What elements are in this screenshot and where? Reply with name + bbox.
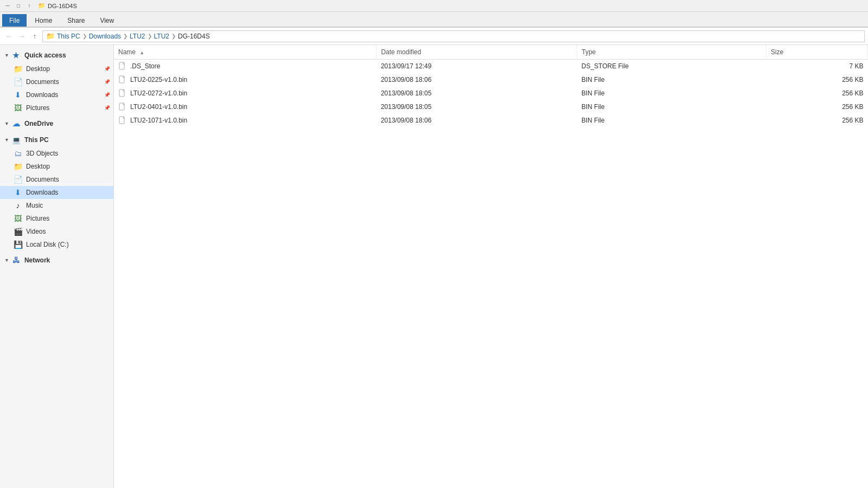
doc-icon: 📄 (13, 175, 23, 184)
title-icon3[interactable]: ↑ (25, 2, 34, 10)
col-size[interactable]: Size (766, 45, 867, 60)
breadcrumb[interactable]: 📁 Name This PC ❯ Downloads ❯ LTU2 ❯ LTU2… (42, 30, 865, 42)
breadcrumb-ltu2-1[interactable]: LTU2 (130, 33, 145, 40)
folder-blue-icon: 📁 (13, 64, 23, 74)
file-size-3: 256 KB (766, 100, 867, 114)
file-type-1: BIN File (577, 73, 767, 87)
chevron-network: ▼ (4, 258, 9, 263)
up-button[interactable]: ↑ (29, 31, 40, 42)
video-icon: 🎬 (13, 227, 23, 236)
sidebar: ▼ ★ Quick access 📁 Desktop 📌 📄 Documents… (0, 45, 114, 488)
star-icon: ★ (11, 50, 21, 60)
svg-rect-1 (119, 76, 124, 83)
forward-button[interactable]: → (16, 31, 27, 42)
file-icon-2 (118, 89, 127, 98)
chevron-thispc: ▼ (4, 137, 9, 143)
pin-icon-pictures: 📌 (104, 105, 110, 111)
file-date-3: 2013/09/08 18:05 (376, 100, 577, 114)
file-icon-0 (118, 62, 127, 70)
table-row[interactable]: LTU2-0272-v1.0.bin 2013/09/08 18:05 BIN … (114, 87, 868, 100)
sidebar-section-thispc[interactable]: ▼ 💻 This PC (0, 133, 113, 147)
quick-access-label: Quick access (24, 52, 66, 59)
file-type-4: BIN File (577, 114, 767, 127)
sidebar-section-quick-access[interactable]: ▼ ★ Quick access (0, 48, 113, 62)
download-icon-quick: ⬇ (13, 90, 23, 100)
sidebar-pictures-quick-label: Pictures (26, 104, 49, 112)
back-button[interactable]: ← (3, 31, 14, 42)
tab-view[interactable]: View (93, 14, 121, 27)
file-date-4: 2013/09/08 18:06 (376, 114, 577, 127)
title-bar-controls[interactable]: ─ □ ↑ (3, 2, 34, 10)
sidebar-item-pictures-quick[interactable]: 🖼 Pictures 📌 (0, 101, 113, 114)
sidebar-desktop-label: Desktop (26, 163, 50, 170)
breadcrumb-current: DG-16D4S (178, 33, 210, 40)
table-row[interactable]: .DS_Store 2013/09/17 12:49 DS_STORE File… (114, 60, 868, 73)
title-icon1[interactable]: ─ (3, 2, 12, 10)
download-icon: ⬇ (13, 188, 23, 197)
col-date-modified[interactable]: Date modified (376, 45, 577, 60)
svg-rect-3 (119, 103, 124, 110)
file-size-1: 256 KB (766, 73, 867, 87)
file-name-1: LTU2-0225-v1.0.bin (130, 76, 187, 84)
file-icon-4 (118, 116, 127, 125)
sidebar-item-documents[interactable]: 📄 Documents (0, 173, 113, 186)
col-type[interactable]: Type (577, 45, 767, 60)
main-layout: ▼ ★ Quick access 📁 Desktop 📌 📄 Documents… (0, 45, 868, 488)
tab-file[interactable]: File (2, 14, 27, 27)
breadcrumb-downloads[interactable]: Downloads (89, 33, 121, 40)
network-icon: 🖧 (11, 255, 21, 265)
sidebar-documents-quick-label: Documents (26, 78, 59, 86)
file-type-2: BIN File (577, 87, 767, 100)
onedrive-label: OneDrive (24, 120, 53, 127)
sidebar-item-videos[interactable]: 🎬 Videos (0, 225, 113, 238)
sidebar-downloads-quick-label: Downloads (26, 91, 58, 99)
file-table: Name ▲ Date modified Type Size (114, 45, 868, 127)
sidebar-section-network[interactable]: ▼ 🖧 Network (0, 253, 113, 267)
breadcrumb-ltu2-2[interactable]: LTU2 (154, 33, 169, 40)
sidebar-item-pictures[interactable]: 🖼 Pictures (0, 212, 113, 225)
file-name-2: LTU2-0272-v1.0.bin (130, 89, 187, 97)
sep2: ❯ (123, 33, 127, 39)
sidebar-3dobjects-label: 3D Objects (26, 150, 58, 157)
file-type-0: DS_STORE File (577, 60, 767, 73)
sidebar-section-onedrive[interactable]: ▼ ☁ OneDrive (0, 117, 113, 131)
table-row[interactable]: LTU2-1071-v1.0.bin 2013/09/08 18:06 BIN … (114, 114, 868, 127)
sidebar-item-documents-quick[interactable]: 📄 Documents 📌 (0, 75, 113, 88)
address-bar: ← → ↑ 📁 Name This PC ❯ Downloads ❯ LTU2 … (0, 28, 868, 45)
sidebar-desktop-quick-label: Desktop (26, 65, 50, 73)
table-row[interactable]: LTU2-0401-v1.0.bin 2013/09/08 18:05 BIN … (114, 100, 868, 114)
title-bar: ─ □ ↑ 📁 DG-16D4S (0, 0, 868, 12)
drive-icon: 💾 (13, 240, 23, 249)
breadcrumb-thispc-label[interactable]: This PC (57, 33, 80, 40)
chevron-quick-access: ▼ (4, 53, 9, 58)
music-icon: ♪ (13, 201, 23, 210)
pin-icon-desktop: 📌 (104, 66, 110, 72)
title-folder-icon: 📁 (38, 2, 46, 9)
network-label: Network (24, 256, 50, 264)
file-name-0: .DS_Store (130, 62, 160, 70)
ribbon: File Home Share View (0, 12, 868, 28)
sidebar-pictures-label: Pictures (26, 215, 49, 222)
tab-share[interactable]: Share (60, 14, 92, 27)
sidebar-item-desktop[interactable]: 📁 Desktop (0, 160, 113, 173)
table-row[interactable]: LTU2-0225-v1.0.bin 2013/09/08 18:06 BIN … (114, 73, 868, 87)
sidebar-item-3dobjects[interactable]: 🗂 3D Objects (0, 147, 113, 160)
file-size-0: 7 KB (766, 60, 867, 73)
title-icon2[interactable]: □ (14, 2, 23, 10)
3d-icon: 🗂 (13, 149, 23, 158)
file-size-4: 256 KB (766, 114, 867, 127)
sidebar-item-downloads[interactable]: ⬇ Downloads (0, 186, 113, 199)
sidebar-item-music[interactable]: ♪ Music (0, 199, 113, 212)
sidebar-item-localdisk[interactable]: 💾 Local Disk (C:) (0, 238, 113, 251)
pc-icon: 💻 (11, 135, 21, 145)
sidebar-documents-label: Documents (26, 176, 59, 183)
svg-rect-2 (119, 89, 124, 97)
file-area: Name ▲ Date modified Type Size (114, 45, 868, 488)
pin-icon-downloads: 📌 (104, 92, 110, 98)
sidebar-localdisk-label: Local Disk (C:) (26, 241, 69, 248)
sidebar-item-desktop-quick[interactable]: 📁 Desktop 📌 (0, 62, 113, 75)
tab-home[interactable]: Home (28, 14, 59, 27)
col-name[interactable]: Name ▲ (114, 45, 376, 60)
svg-rect-0 (119, 62, 124, 69)
sidebar-item-downloads-quick[interactable]: ⬇ Downloads 📌 (0, 88, 113, 101)
